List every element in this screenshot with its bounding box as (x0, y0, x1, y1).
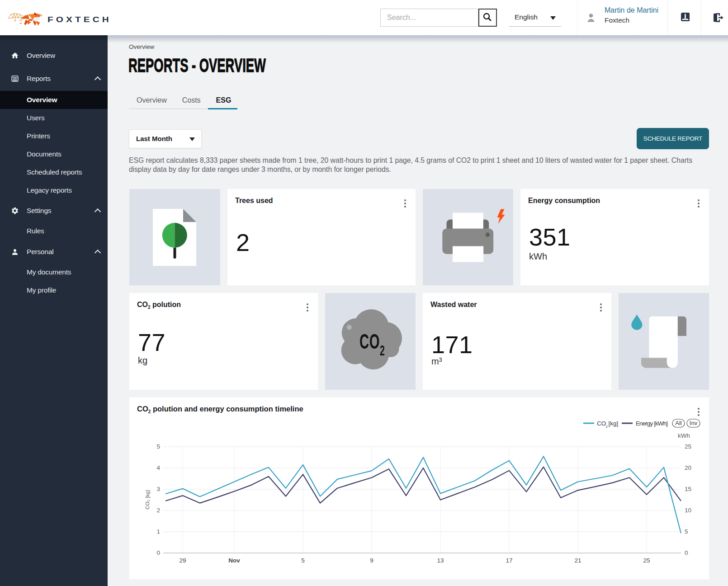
svg-text:13: 13 (437, 557, 444, 564)
svg-text:CO: CO (359, 330, 380, 353)
svg-text:25: 25 (643, 557, 650, 564)
svg-text:17: 17 (506, 557, 512, 564)
svg-text:3: 3 (156, 486, 160, 492)
svg-text:20: 20 (685, 464, 691, 471)
svg-text:[kg]: [kg] (609, 420, 619, 427)
svg-text:All: All (675, 420, 682, 426)
svg-text:0: 0 (685, 549, 688, 556)
svg-text:29: 29 (179, 557, 186, 564)
svg-text:1: 1 (156, 528, 160, 535)
svg-text:10: 10 (685, 507, 691, 514)
svg-text:5: 5 (685, 528, 688, 535)
svg-text:5: 5 (156, 443, 160, 450)
svg-text:kWh: kWh (678, 432, 690, 439)
svg-text:5: 5 (301, 557, 305, 564)
svg-text:CO₂ [kg]: CO₂ [kg] (145, 490, 150, 509)
svg-text:9: 9 (370, 557, 373, 564)
svg-text:2: 2 (156, 507, 160, 514)
svg-text:2: 2 (380, 343, 385, 358)
svg-text:Energy [kWh]: Energy [kWh] (636, 420, 668, 427)
svg-text:2: 2 (606, 425, 608, 429)
svg-text:15: 15 (685, 486, 691, 492)
svg-text:25: 25 (685, 443, 691, 450)
svg-text:Nov: Nov (228, 557, 240, 564)
svg-text:0: 0 (156, 549, 160, 556)
svg-text:Inv: Inv (690, 420, 698, 426)
svg-text:4: 4 (156, 464, 160, 471)
svg-text:CO: CO (597, 420, 606, 427)
svg-text:21: 21 (574, 557, 581, 564)
